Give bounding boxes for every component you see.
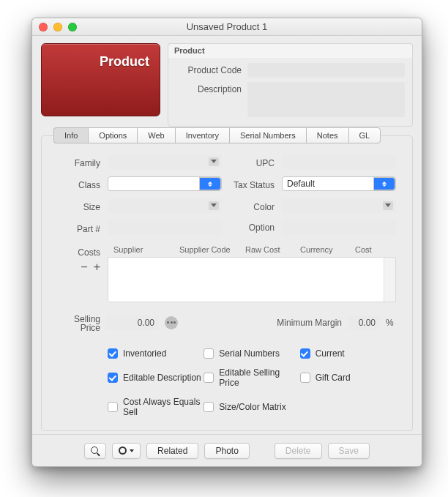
editable-description-checkbox[interactable]: Editable Description [108, 367, 204, 388]
selling-price-label: Selling Price [58, 313, 100, 332]
min-margin-field[interactable]: 0.00 [348, 315, 380, 330]
color-label: Color [229, 200, 275, 212]
checkbox-icon [204, 402, 214, 412]
traffic-lights [39, 23, 77, 31]
cost-always-equals-sell-checkbox[interactable]: Cost Always Equals Sell [108, 397, 204, 417]
costs-label: Costs [58, 245, 100, 258]
costs-table[interactable] [108, 257, 396, 302]
color-dropdown[interactable] [282, 198, 396, 213]
search-icon [91, 446, 100, 455]
description-label: Description [176, 82, 242, 94]
checkbox-icon [108, 348, 118, 359]
checkbox-icon [108, 373, 118, 383]
zoom-icon[interactable] [68, 23, 77, 31]
search-button[interactable] [84, 443, 106, 459]
product-group-title: Product [168, 43, 413, 58]
part-label: Part # [58, 222, 100, 234]
product-tile-label: Product [100, 54, 149, 70]
product-window: Unsaved Product 1 Product Product Produc… [31, 18, 422, 467]
checkbox-grid: Inventoried Serial Numbers Current Edita… [108, 348, 396, 417]
family-label: Family [58, 156, 100, 168]
chevron-down-icon [211, 160, 217, 163]
selling-price-field[interactable]: 0.00 [106, 315, 159, 330]
product-tile[interactable]: Product [41, 43, 160, 116]
photo-button[interactable]: Photo [204, 443, 249, 459]
action-menu-button[interactable] [112, 443, 141, 459]
save-button[interactable]: Save [328, 443, 370, 459]
size-color-matrix-checkbox[interactable]: Size/Color Matrix [204, 397, 299, 417]
pct-label: % [386, 318, 396, 328]
titlebar: Unsaved Product 1 [32, 18, 422, 36]
size-dropdown[interactable] [108, 198, 222, 213]
tab-options[interactable]: Options [88, 127, 137, 143]
tab-body-info: Family UPC Class Tax Status Default [42, 152, 412, 430]
footer-toolbar: Related Photo Delete Save [32, 434, 422, 466]
minimize-icon[interactable] [53, 23, 62, 31]
min-margin-label: Minimum Margin [184, 318, 342, 328]
chevron-down-icon [385, 203, 391, 207]
checkbox-icon [300, 373, 310, 383]
checkbox-icon [300, 348, 310, 359]
select-stepper-icon [199, 177, 221, 190]
gear-icon [119, 446, 127, 455]
costs-scrollbar[interactable] [384, 258, 395, 302]
inventoried-checkbox[interactable]: Inventoried [108, 348, 204, 359]
family-dropdown[interactable] [108, 154, 222, 169]
serial-numbers-checkbox[interactable]: Serial Numbers [204, 348, 299, 359]
window-title: Unsaved Product 1 [187, 21, 268, 32]
upc-label: UPC [229, 156, 275, 168]
size-label: Size [58, 200, 100, 212]
tax-status-value: Default [287, 179, 315, 189]
add-cost-button[interactable]: + [94, 261, 100, 274]
option-field[interactable] [282, 220, 396, 235]
select-stepper-icon [373, 177, 395, 190]
checkbox-icon [204, 348, 214, 359]
tabs-panel: Info Options Web Inventory Serial Number… [41, 135, 413, 431]
tab-notes[interactable]: Notes [306, 127, 348, 143]
description-field[interactable] [247, 82, 405, 117]
chevron-down-icon [211, 203, 217, 207]
tax-status-select[interactable]: Default [282, 176, 396, 191]
content: Product Product Product Code Description… [32, 36, 422, 440]
tab-gl[interactable]: GL [348, 127, 381, 143]
product-group: Product Product Code Description [168, 43, 413, 127]
current-checkbox[interactable]: Current [300, 348, 396, 359]
product-code-field[interactable] [247, 63, 405, 78]
checkbox-icon [204, 373, 214, 383]
tax-status-label: Tax Status [229, 178, 275, 190]
tab-inventory[interactable]: Inventory [175, 127, 229, 143]
delete-button[interactable]: Delete [275, 443, 322, 459]
related-button[interactable]: Related [146, 443, 198, 459]
remove-cost-button[interactable]: − [81, 261, 87, 274]
gift-card-checkbox[interactable]: Gift Card [300, 367, 396, 388]
tab-serial-numbers[interactable]: Serial Numbers [229, 127, 306, 143]
chevron-down-icon [130, 449, 134, 452]
selling-price-more-button[interactable] [165, 316, 178, 329]
upc-field[interactable] [282, 154, 396, 169]
option-label: Option [229, 223, 275, 233]
checkbox-icon [108, 402, 118, 412]
tab-web[interactable]: Web [137, 127, 174, 143]
product-code-label: Product Code [176, 63, 242, 75]
tab-bar: Info Options Web Inventory Serial Number… [53, 127, 400, 143]
tab-info[interactable]: Info [53, 127, 88, 143]
part-field[interactable] [108, 220, 222, 235]
close-icon[interactable] [39, 23, 48, 31]
costs-headers: Supplier Supplier Code Raw Cost Currency… [108, 245, 396, 257]
editable-selling-price-checkbox[interactable]: Editable Selling Price [204, 367, 299, 388]
class-select[interactable] [108, 176, 222, 191]
class-label: Class [58, 178, 100, 190]
